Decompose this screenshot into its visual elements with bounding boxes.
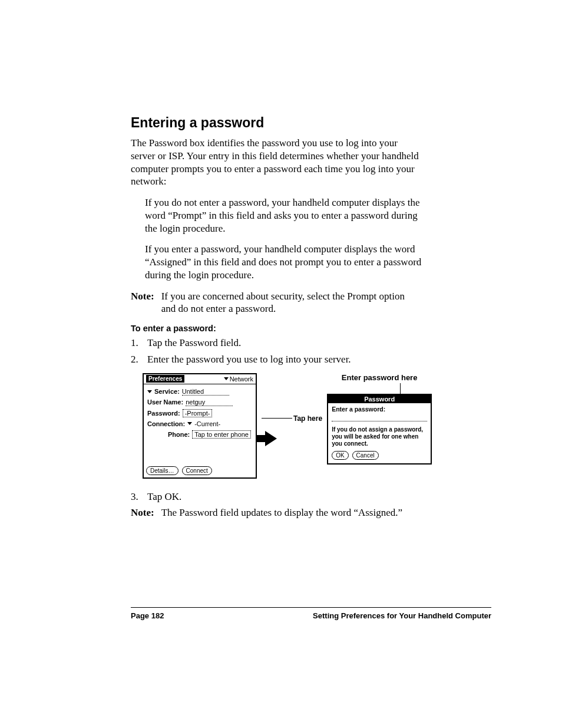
password-label: Password: — [147, 410, 180, 417]
category-label: Network — [230, 375, 253, 383]
connection-value[interactable]: -Current- — [194, 420, 220, 427]
leader-line — [262, 418, 292, 419]
chevron-down-icon — [224, 377, 229, 380]
username-value[interactable]: netguy — [186, 398, 233, 406]
service-row: Service: Untitled — [147, 388, 252, 396]
step-1: 1. Tap the Password field. — [131, 337, 491, 350]
tap-here-label: Tap here — [293, 414, 322, 423]
step-number: 2. — [131, 353, 141, 366]
chevron-down-icon — [147, 390, 152, 393]
phone-row: Phone: Tap to enter phone — [147, 430, 252, 439]
cancel-button[interactable]: Cancel — [352, 451, 379, 460]
service-value[interactable]: Untitled — [182, 388, 229, 396]
dialog-hint: If you do not assign a password, you wil… — [332, 426, 427, 447]
chapter-title: Setting Preferences for Your Handheld Co… — [313, 611, 491, 620]
password-row: Password: -Prompt- — [147, 409, 252, 417]
password-input[interactable] — [332, 415, 427, 421]
dialog-caption: Enter password here — [342, 373, 418, 382]
preferences-buttons: Details… Connect — [146, 466, 212, 475]
step-text: Tap OK. — [147, 490, 181, 503]
dialog-title: Password — [328, 395, 431, 403]
leader-line — [400, 383, 401, 394]
step-number: 3. — [131, 490, 141, 503]
step-text: Enter the password you use to log into y… — [147, 353, 351, 366]
page-footer: Page 182 Setting Preferences for Your Ha… — [131, 607, 491, 620]
phone-field[interactable]: Tap to enter phone — [192, 430, 251, 439]
step-3: 3. Tap OK. — [131, 490, 491, 503]
username-row: User Name: netguy — [147, 398, 252, 406]
note-label: Note: — [131, 506, 154, 519]
preferences-titlebar: Preferences Network — [144, 374, 256, 384]
page-content: Entering a password The Password box ide… — [0, 0, 562, 519]
preferences-body: Service: Untitled User Name: netguy Pass… — [144, 384, 256, 439]
step-text: Tap the Password field. — [147, 337, 241, 350]
figure: Preferences Network Service: Untitled Us… — [143, 373, 491, 479]
category-selector[interactable]: Network — [224, 375, 253, 383]
page-number: Page 182 — [131, 611, 164, 620]
result-note: Note: The Password field updates to disp… — [131, 506, 419, 519]
step-2: 2. Enter the password you use to log int… — [131, 353, 491, 366]
connection-label: Connection: — [147, 420, 185, 427]
connect-button[interactable]: Connect — [182, 466, 212, 475]
tap-here-callout: Tap here — [262, 373, 322, 446]
phone-label: Phone: — [168, 431, 190, 438]
security-note: Note: If you are concerned about securit… — [131, 290, 419, 316]
behavior-assigned-paragraph: If you enter a password, your handheld c… — [145, 243, 422, 281]
procedure-list-continued: 3. Tap OK. — [131, 490, 491, 503]
preferences-screen: Preferences Network Service: Untitled Us… — [143, 373, 257, 479]
note-text: The Password field updates to display th… — [161, 506, 402, 519]
service-label: Service: — [154, 388, 180, 395]
password-dialog: Password Enter a password: If you do not… — [327, 394, 432, 465]
note-text: If you are concerned about security, sel… — [161, 290, 419, 316]
procedure-list: 1. Tap the Password field. 2. Enter the … — [131, 337, 491, 366]
section-heading: Entering a password — [131, 115, 491, 131]
behavior-prompt-paragraph: If you do not enter a password, your han… — [145, 196, 422, 235]
password-dialog-column: Enter password here Password Enter a pas… — [327, 373, 432, 465]
details-button[interactable]: Details… — [146, 466, 178, 475]
step-number: 1. — [131, 337, 141, 350]
dialog-prompt: Enter a password: — [332, 406, 427, 413]
preferences-title: Preferences — [146, 375, 184, 383]
connection-row: Connection: -Current- — [147, 420, 252, 427]
chevron-down-icon — [187, 422, 192, 425]
intro-paragraph: The Password box identifies the password… — [131, 137, 419, 188]
note-label: Note: — [131, 290, 154, 316]
procedure-subhead: To enter a password: — [131, 324, 491, 333]
arrow-icon — [265, 431, 277, 446]
password-field[interactable]: -Prompt- — [183, 409, 213, 417]
username-label: User Name: — [147, 398, 183, 406]
ok-button[interactable]: OK — [332, 451, 348, 460]
